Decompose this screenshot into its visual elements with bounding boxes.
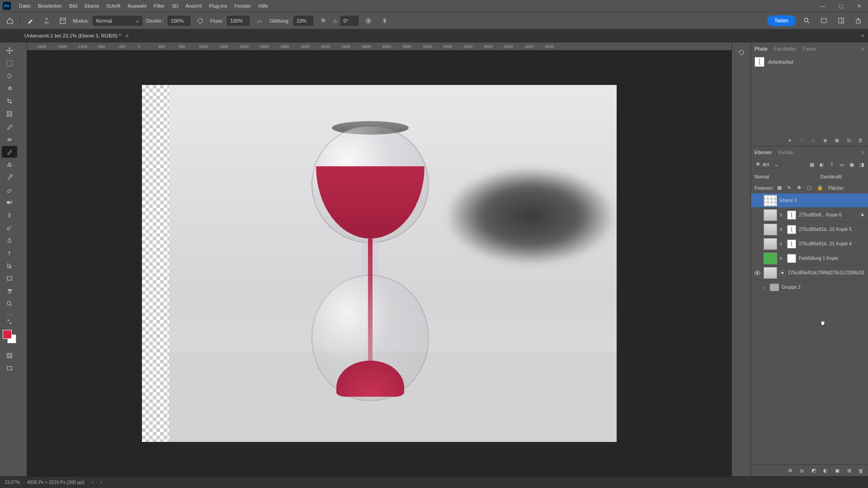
flow-input[interactable]: 100% (227, 16, 250, 26)
home-icon[interactable] (4, 14, 16, 27)
collapse-panels-icon[interactable]: » (861, 32, 864, 39)
layer-row[interactable]: ›Gruppe 2 (751, 280, 868, 295)
eyedropper-tool[interactable] (2, 121, 17, 132)
pressure-opacity-icon[interactable] (194, 14, 207, 27)
layer-thumbnail[interactable] (764, 267, 777, 279)
lock-position-icon[interactable]: ✥ (797, 185, 803, 191)
history-panel-icon[interactable] (734, 47, 749, 58)
healing-tool[interactable] (2, 133, 17, 145)
lasso-tool[interactable] (2, 70, 17, 82)
layer-name[interactable]: Ebene 3 (780, 198, 865, 203)
layer-row[interactable]: ▣275cd85e81dc7f4f4d276c2c23386c01 (751, 266, 868, 280)
panel-menu-icon[interactable]: ≡ (862, 46, 864, 52)
filter-kind-select[interactable]: 🔍 Art ⌄ (754, 161, 781, 169)
layer-row[interactable]: ⎘Farbfüllung 1 Kopie (751, 251, 868, 266)
tab-layers[interactable]: Ebenen (755, 150, 772, 155)
smoothing-input[interactable]: 10% (293, 16, 313, 26)
visibility-toggle[interactable] (754, 226, 761, 233)
layer-mask[interactable] (787, 239, 796, 249)
vertical-ruler[interactable] (19, 42, 27, 476)
new-path-icon[interactable]: ⊞ (845, 137, 852, 143)
shape-tool[interactable] (2, 272, 17, 284)
visibility-toggle[interactable] (754, 197, 761, 204)
brush-tool[interactable] (2, 146, 17, 158)
screenmode-icon[interactable] (817, 14, 830, 27)
smoothing-options-icon[interactable]: ⚙ (317, 14, 330, 27)
link-icon[interactable]: ⎘ (780, 213, 784, 217)
toolbar-more-icon[interactable]: ⋯ (7, 312, 12, 318)
visibility-toggle[interactable] (754, 269, 761, 277)
quickmask-icon[interactable] (2, 350, 17, 361)
delete-path-icon[interactable]: 🗑 (857, 137, 863, 143)
canvas[interactable] (27, 51, 731, 476)
search-icon[interactable] (800, 14, 813, 27)
visibility-toggle[interactable] (754, 284, 761, 291)
layer-fx-icon[interactable]: fx (798, 467, 806, 474)
tab-channels[interactable]: Kanäle (778, 150, 793, 155)
symmetry-icon[interactable] (378, 14, 391, 27)
type-tool[interactable]: T (2, 247, 17, 259)
tab-swatches[interactable]: Farbfelder (774, 46, 797, 52)
lock-transparency-icon[interactable]: ▦ (777, 185, 783, 191)
fill-path-icon[interactable]: ● (787, 137, 793, 143)
layer-thumbnail[interactable] (764, 253, 777, 264)
hand-tool[interactable] (2, 285, 17, 297)
delete-layer-icon[interactable]: 🗑 (857, 467, 864, 474)
path-item[interactable]: Arbeitspfad (751, 55, 868, 69)
layer-name[interactable]: 275cd85e81d...01 Kopie 4 (799, 241, 865, 246)
layer-thumbnail[interactable] (764, 224, 777, 235)
menu-item[interactable]: Fenster (231, 3, 255, 9)
visibility-toggle[interactable] (754, 240, 761, 248)
menu-item[interactable]: Auswahl (124, 3, 150, 9)
layer-name[interactable]: Gruppe 2 (782, 285, 865, 290)
layer-thumbnail[interactable] (764, 209, 777, 221)
layer-thumbnail[interactable] (764, 195, 777, 206)
panel-menu-icon[interactable]: ≡ (862, 150, 864, 155)
path-to-selection-icon[interactable]: ◇ (810, 137, 816, 143)
link-icon[interactable]: ⎘ (780, 227, 784, 232)
menu-item[interactable]: Ebene (81, 3, 103, 9)
dodge-tool[interactable] (2, 222, 17, 234)
foreground-color[interactable] (3, 330, 12, 339)
filter-shape-icon[interactable]: ▭ (838, 161, 845, 168)
visibility-toggle[interactable] (754, 255, 761, 262)
tab-color[interactable]: Farbe (803, 46, 816, 52)
layer-mask[interactable] (787, 225, 796, 234)
filter-pixel-icon[interactable]: ▦ (808, 161, 816, 168)
menu-item[interactable]: Bearbeiten (34, 3, 66, 9)
screenmode-toggle-icon[interactable] (2, 362, 17, 374)
color-swatches[interactable] (3, 330, 16, 343)
close-button[interactable]: ✕ (850, 0, 868, 12)
add-mask-icon[interactable]: ◩ (810, 467, 817, 474)
tab-paths[interactable]: Pfade (755, 46, 768, 52)
move-tool[interactable] (2, 45, 17, 56)
adjustment-layer-icon[interactable]: ◐ (822, 467, 829, 474)
zoom-level[interactable]: 23,07% (5, 480, 20, 485)
history-brush-tool[interactable] (2, 171, 17, 183)
angle-input[interactable]: 0° (340, 16, 359, 26)
status-nav-left[interactable]: ‹ (92, 480, 93, 485)
zoom-tool[interactable] (2, 298, 17, 310)
swap-colors-icon[interactable] (2, 319, 17, 325)
gradient-tool[interactable] (2, 197, 17, 208)
link-layers-icon[interactable]: ⧉ (787, 467, 794, 474)
menu-item[interactable]: Plug-ins (205, 3, 231, 9)
link-icon[interactable]: ⎘ (780, 242, 784, 246)
maximize-button[interactable]: ▢ (832, 0, 850, 12)
menu-item[interactable]: Schrift (103, 3, 124, 9)
opacity-input[interactable]: 100% (168, 16, 190, 26)
blur-tool[interactable] (2, 209, 17, 221)
filter-toggle-icon[interactable]: ◨ (858, 161, 865, 168)
new-layer-icon[interactable]: ⊞ (845, 467, 853, 474)
crop-tool[interactable] (2, 95, 17, 107)
lock-pixels-icon[interactable]: ✎ (787, 185, 793, 191)
status-nav-right[interactable]: › (100, 480, 102, 485)
layer-name[interactable]: 275cd85e8... Kopie 6 (799, 212, 857, 217)
filter-adjust-icon[interactable]: ◐ (818, 161, 826, 168)
horizontal-ruler[interactable]: -2000-1600-1200-800-40004008001000120014… (27, 42, 731, 51)
menu-item[interactable]: Hilfe (255, 3, 272, 9)
expand-icon[interactable]: › (764, 285, 767, 290)
close-tab-icon[interactable]: ✕ (125, 33, 129, 38)
brush-preset[interactable]: ●65 (40, 14, 53, 27)
layer-row[interactable]: ⎘275cd85e8... Kopie 6▣ (751, 208, 868, 222)
